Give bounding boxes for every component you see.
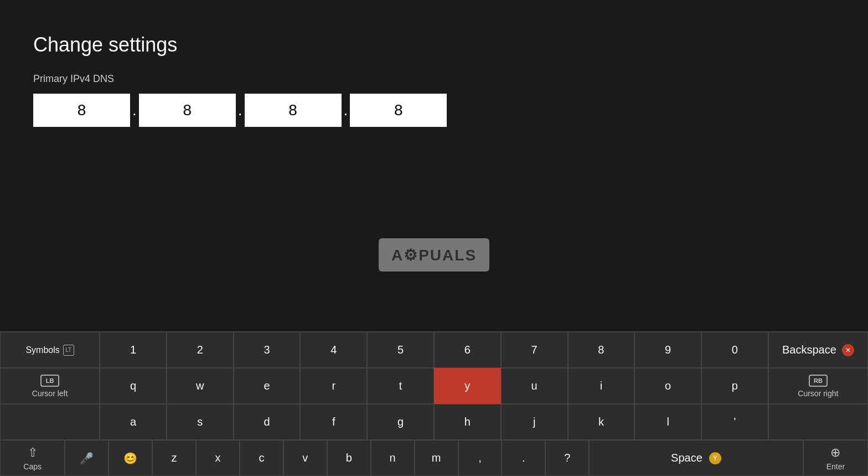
page-title: Change settings [33,33,835,57]
key-u[interactable]: u [501,368,568,404]
key-0[interactable]: 0 [701,332,768,368]
key-3[interactable]: 3 [234,332,301,368]
key-z[interactable]: z [152,440,196,476]
caps-icon: ⇧ [28,446,38,460]
symbols-key[interactable]: Symbols LT [0,332,100,368]
row3-left-placeholder [0,404,100,440]
dns-field-4[interactable]: 8 [350,94,447,127]
key-c[interactable]: c [240,440,283,476]
dns-fields-container: 8 . 8 . 8 . 8 [33,94,835,127]
key-b[interactable]: b [327,440,371,476]
settings-panel: Change settings Primary IPv4 DNS 8 . 8 .… [0,0,868,127]
keyboard-row-4: ⇧ Caps 🎤 😊 z x c v b n m , . ? Space [0,440,868,476]
enter-icon: ⊕ [830,446,840,460]
backspace-badge: ✕ [842,344,854,356]
mic-key[interactable]: 🎤 [65,440,108,476]
dns-dot-2: . [236,101,245,119]
key-5[interactable]: 5 [367,332,434,368]
enter-key[interactable]: ⊕ Enter [803,440,868,476]
emoji-key[interactable]: 😊 [108,440,152,476]
key-a[interactable]: a [100,404,167,440]
mic-icon: 🎤 [80,452,94,465]
key-9[interactable]: 9 [634,332,701,368]
key-1[interactable]: 1 [100,332,167,368]
caps-key[interactable]: ⇧ Caps [0,440,65,476]
caps-label: Caps [23,462,42,471]
space-label: Space [671,452,702,464]
key-w[interactable]: w [167,368,234,404]
dns-dot-3: . [342,101,350,119]
key-e[interactable]: e [234,368,301,404]
key-7[interactable]: 7 [501,332,568,368]
symbols-label: Symbols [25,345,59,355]
key-o[interactable]: o [634,368,701,404]
key-y[interactable]: y [434,368,501,404]
key-period[interactable]: . [502,440,545,476]
space-key[interactable]: Space Y [589,440,803,476]
key-h[interactable]: h [434,404,501,440]
key-8[interactable]: 8 [568,332,635,368]
key-n[interactable]: n [371,440,415,476]
lb-icon: LB [40,375,59,387]
key-f[interactable]: f [300,404,367,440]
key-4[interactable]: 4 [300,332,367,368]
watermark-text: A⚙PUALS [391,246,477,264]
key-m[interactable]: m [415,440,458,476]
key-t[interactable]: t [367,368,434,404]
dns-field-1[interactable]: 8 [33,94,130,127]
rb-icon: RB [809,375,828,387]
key-k[interactable]: k [568,404,635,440]
key-x[interactable]: x [196,440,240,476]
key-v[interactable]: v [283,440,327,476]
key-apostrophe[interactable]: ' [701,404,768,440]
virtual-keyboard: Symbols LT 1 2 3 4 5 6 7 8 9 0 Backspace… [0,331,868,476]
keyboard-grid: Symbols LT 1 2 3 4 5 6 7 8 9 0 Backspace… [0,331,868,476]
cursor-left-label: Cursor left [32,389,68,398]
row3-right-placeholder [768,404,868,440]
key-q[interactable]: q [100,368,167,404]
enter-label: Enter [826,462,845,471]
key-l[interactable]: l [634,404,701,440]
cursor-right-label: Cursor right [798,389,838,398]
key-i[interactable]: i [568,368,635,404]
dns-dot-1: . [130,101,139,119]
keyboard-row-3: a s d f g h j k l ' [0,404,868,440]
cursor-left-key[interactable]: LB Cursor left [0,368,100,404]
dns-field-3[interactable]: 8 [245,94,342,127]
dns-label: Primary IPv4 DNS [33,73,835,85]
watermark: A⚙PUALS [379,238,489,272]
space-badge: Y [709,452,721,464]
key-d[interactable]: d [234,404,301,440]
key-6[interactable]: 6 [434,332,501,368]
key-2[interactable]: 2 [167,332,234,368]
key-g[interactable]: g [367,404,434,440]
backspace-key[interactable]: Backspace ✕ [768,332,868,368]
emoji-icon: 😊 [123,452,137,465]
symbols-badge: LT [63,345,74,356]
cursor-right-key[interactable]: RB Cursor right [768,368,868,404]
dns-field-2[interactable]: 8 [139,94,236,127]
backspace-label: Backspace [782,344,836,356]
keyboard-row-2: LB Cursor left q w e r t y u i o p RB Cu… [0,368,868,404]
key-question[interactable]: ? [545,440,589,476]
key-p[interactable]: p [701,368,768,404]
keyboard-row-1: Symbols LT 1 2 3 4 5 6 7 8 9 0 Backspace… [0,332,868,368]
key-comma[interactable]: , [458,440,502,476]
key-r[interactable]: r [300,368,367,404]
key-s[interactable]: s [167,404,234,440]
key-j[interactable]: j [501,404,568,440]
